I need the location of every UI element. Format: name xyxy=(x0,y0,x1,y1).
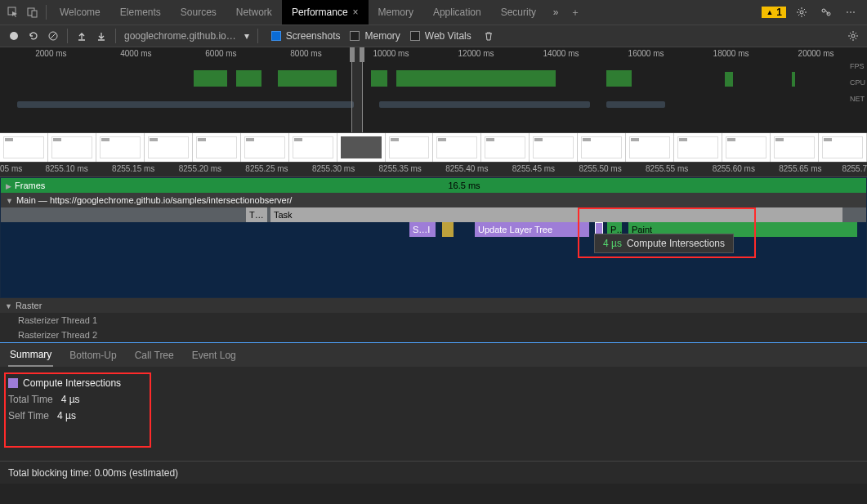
flame-ruler-tick: 8255.45 ms xyxy=(512,164,555,173)
flame-chart[interactable]: Frames 16.5 ms Main — https://googlechro… xyxy=(0,177,867,298)
kebab-icon[interactable]: ⋯ xyxy=(841,2,860,23)
tab-network[interactable]: Network xyxy=(226,0,282,25)
capture-settings-icon[interactable] xyxy=(844,27,862,45)
flame-ruler-tick: 8255.65 ms xyxy=(779,164,821,173)
flame-event-update-layer[interactable]: Update Layer Tree xyxy=(475,222,589,237)
customize-icon[interactable] xyxy=(816,2,836,23)
svg-point-3 xyxy=(800,11,803,14)
raster-group-label: Raster xyxy=(16,298,42,313)
summary-event-name: Compute Intersections xyxy=(23,377,121,389)
bottom-tab-eventlog[interactable]: Event Log xyxy=(190,345,238,366)
flame-ruler-tick: 8255.20 ms xyxy=(179,164,221,173)
download-icon[interactable] xyxy=(92,27,110,45)
overview-tick: 16000 ms xyxy=(628,49,664,58)
svg-line-8 xyxy=(50,33,56,39)
flame-ruler-tick: 8255.50 ms xyxy=(579,164,621,173)
record-icon[interactable] xyxy=(5,27,23,45)
lane-fps-label: FPS xyxy=(850,62,865,70)
trash-icon[interactable] xyxy=(480,27,498,45)
flame-task[interactable]: Task xyxy=(270,207,842,222)
flame-task[interactable]: T… xyxy=(246,207,267,222)
svg-point-4 xyxy=(822,9,825,12)
overview-tick: 14000 ms xyxy=(543,49,579,58)
svg-point-6 xyxy=(10,32,18,40)
tab-welcome[interactable]: Welcome xyxy=(50,0,110,25)
device-toggle-icon[interactable] xyxy=(23,2,42,23)
summary-pane: Compute Intersections Total Time4 µs Sel… xyxy=(0,367,867,453)
bottom-tab-bottomup[interactable]: Bottom-Up xyxy=(68,345,118,366)
svg-rect-2 xyxy=(32,11,37,17)
flame-ruler-tick: 8255.25 ms xyxy=(245,164,288,173)
frame-duration-label: 16.5 ms xyxy=(448,178,480,193)
flame-ruler-tick: 8255.35 ms xyxy=(379,164,422,173)
event-color-chip xyxy=(8,378,18,388)
warnings-badge[interactable]: ▲1 xyxy=(761,6,787,19)
lane-net-label: NET xyxy=(850,95,865,103)
flame-ruler[interactable]: 05 ms8255.10 ms8255.15 ms8255.20 ms8255.… xyxy=(0,163,867,177)
overview-tick: 8000 ms xyxy=(290,49,321,58)
main-group-label: Main — https://googlechrome.github.io/sa… xyxy=(16,193,293,207)
overview-cpu-track xyxy=(0,90,842,109)
tab-memory[interactable]: Memory xyxy=(369,0,423,25)
raster-disclosure[interactable] xyxy=(5,298,16,314)
lane-cpu-label: CPU xyxy=(850,78,865,87)
tabbar: Welcome Elements Sources Network Perform… xyxy=(50,0,761,25)
blocking-time-footer: Total blocking time: 0.00ms (estimated) xyxy=(0,461,867,484)
overview-tick: 12000 ms xyxy=(458,49,494,58)
overview-fps-track xyxy=(0,62,842,87)
screenshot-filmstrip[interactable] xyxy=(0,133,867,163)
flame-ruler-tick: 8255.7 xyxy=(842,164,867,173)
overview-tick: 10000 ms xyxy=(373,49,409,58)
flame-ruler-tick: 8255.10 ms xyxy=(45,164,87,173)
dropdown-icon[interactable]: ▾ xyxy=(241,27,253,45)
self-time-value: 4 µs xyxy=(57,410,76,421)
warning-icon: ▲ xyxy=(766,6,773,19)
upload-icon[interactable] xyxy=(73,27,91,45)
inspect-icon[interactable] xyxy=(3,2,23,23)
flame-event[interactable]: S…I xyxy=(409,222,436,237)
bottom-tab-summary[interactable]: Summary xyxy=(8,344,53,367)
overview-timeline[interactable]: 2000 ms4000 ms6000 ms8000 ms10000 ms1200… xyxy=(0,47,867,133)
screenshots-checkbox[interactable] xyxy=(271,31,281,41)
overview-tick: 6000 ms xyxy=(205,49,236,58)
flame-ruler-tick: 05 ms xyxy=(0,164,22,173)
tab-sources[interactable]: Sources xyxy=(171,0,226,25)
more-tabs-icon[interactable]: » xyxy=(546,2,565,23)
recording-url[interactable]: googlechrome.github.io… xyxy=(121,30,239,42)
flame-event[interactable] xyxy=(442,222,454,237)
webvitals-checkbox[interactable] xyxy=(410,31,420,41)
tab-elements[interactable]: Elements xyxy=(110,0,171,25)
memory-label: Memory xyxy=(364,30,400,42)
frames-group-label: Frames xyxy=(15,178,62,193)
tab-performance[interactable]: Performance× xyxy=(282,0,369,25)
overview-selection-window[interactable] xyxy=(351,47,363,132)
total-time-label: Total Time xyxy=(8,394,53,405)
reload-icon[interactable] xyxy=(25,27,42,45)
close-icon[interactable]: × xyxy=(353,7,359,18)
main-disclosure[interactable] xyxy=(6,193,16,208)
bottom-tab-calltree[interactable]: Call Tree xyxy=(133,345,176,366)
raster-thread-row[interactable]: Rasterizer Thread 1 xyxy=(0,313,867,328)
self-time-label: Self Time xyxy=(8,410,49,421)
flame-ruler-tick: 8255.55 ms xyxy=(646,164,688,173)
memory-checkbox[interactable] xyxy=(350,31,360,41)
svg-point-9 xyxy=(851,34,855,38)
flame-ruler-tick: 8255.15 ms xyxy=(112,164,154,173)
raster-thread-row[interactable]: Rasterizer Thread 2 xyxy=(0,328,867,342)
total-time-value: 4 µs xyxy=(61,394,80,405)
tab-security[interactable]: Security xyxy=(491,0,546,25)
overview-tick: 4000 ms xyxy=(120,49,151,58)
tab-application[interactable]: Application xyxy=(423,0,491,25)
gear-icon[interactable] xyxy=(792,2,811,23)
clear-icon[interactable] xyxy=(44,27,62,45)
add-tab-icon[interactable]: ＋ xyxy=(565,2,585,23)
flame-ruler-tick: 8255.60 ms xyxy=(713,164,755,173)
frames-disclosure[interactable] xyxy=(6,178,15,194)
overview-tick: 2000 ms xyxy=(35,49,66,58)
flame-ruler-tick: 8255.30 ms xyxy=(312,164,355,173)
flame-tooltip: 4 µsCompute Intersections xyxy=(594,234,734,253)
webvitals-label: Web Vitals xyxy=(425,30,471,42)
screenshots-label: Screenshots xyxy=(286,30,341,42)
overview-tick: 18000 ms xyxy=(713,49,749,58)
overview-tick: 20000 ms xyxy=(798,49,834,58)
